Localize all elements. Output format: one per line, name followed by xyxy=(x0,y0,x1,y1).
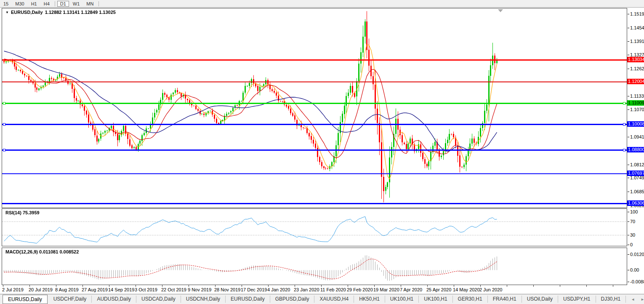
tab-scroll-right-icon[interactable]: ► xyxy=(641,297,644,301)
period-toolbar: 15M30H1H4D1W1MN xyxy=(0,0,644,8)
period-button-15[interactable]: 15 xyxy=(0,1,11,7)
date-tick xyxy=(586,285,587,287)
date-tick-label: 9 Nov 2019 xyxy=(188,287,211,292)
date-tick-label: 2 Jun 2020 xyxy=(479,287,502,292)
rsi-axis-label: 70 xyxy=(630,219,635,224)
symbol-dropdown-icon[interactable]: ▼ xyxy=(5,11,9,14)
price-tick-label: 1.13915 xyxy=(630,39,644,44)
chart-ohlc-quote: 1.12882 1.13141 1.12849 1.13025 xyxy=(45,10,116,15)
macd-axis-label: 0.00 xyxy=(630,267,639,272)
tab-scroll-left-icon[interactable]: ◄ xyxy=(631,297,635,301)
date-tick xyxy=(427,285,428,287)
date-tick xyxy=(480,285,481,287)
rsi-axis-label: 30 xyxy=(630,232,635,237)
date-tick xyxy=(613,285,613,287)
date-tick xyxy=(189,285,189,287)
chart-tab-usdchf-daily[interactable]: USDCHF,Daily xyxy=(48,296,92,303)
price-chart-canvas[interactable] xyxy=(2,8,627,208)
date-tick xyxy=(321,285,322,287)
date-tick-label: 8 Aug 2019 xyxy=(55,287,79,292)
chart-tab-usdcnh-daily[interactable]: USDCNH,Daily xyxy=(181,296,226,303)
chart-tab-gbpusd-daily[interactable]: GBPUSD,Daily xyxy=(270,296,315,303)
date-tick xyxy=(507,285,507,287)
chart-tab-bar: EURUSD,DailyUSDCHF,DailyAUDUSD,DailyUSDC… xyxy=(0,294,644,304)
date-tick-label: 2 Jul 2019 xyxy=(2,287,24,292)
macd-chart-canvas[interactable] xyxy=(2,248,627,285)
period-button-d1[interactable]: D1 xyxy=(57,1,69,7)
chart-tab-eurusd-daily[interactable]: EURUSD,Daily xyxy=(3,295,48,304)
chart-tab-usdcad-daily[interactable]: USDCAD,Daily xyxy=(136,296,181,303)
chart-tab-uk100-h1[interactable]: UK100,H1 xyxy=(385,296,419,303)
price-tick-label: 1.07495 xyxy=(630,175,644,180)
date-tick-label: 27 Aug 2019 xyxy=(82,287,108,292)
chart-tab-audusd-daily[interactable]: AUDUSD,Daily xyxy=(92,296,136,303)
rsi-axis-label: 0 xyxy=(630,242,633,247)
tab-scroll-buttons: ◄► xyxy=(626,297,644,301)
chart-tab-uk100-h1[interactable]: UK100,H1 xyxy=(419,296,452,303)
date-tick xyxy=(82,285,83,287)
date-tick-label: 11 Feb 2020 xyxy=(320,287,346,292)
chart-symbol-label: EURUSD,Daily xyxy=(11,10,43,15)
date-tick-label: 28 Nov 2019 xyxy=(214,287,240,292)
period-button-w1[interactable]: W1 xyxy=(70,1,83,7)
chart-tab-fra40-h1[interactable]: FRA40,H1 xyxy=(488,296,522,303)
date-tick xyxy=(242,285,242,287)
date-tick xyxy=(533,285,534,287)
date-axis[interactable]: 2 Jul 201920 Jul 20198 Aug 201927 Aug 20… xyxy=(0,285,627,294)
price-tick-label: 1.10705 xyxy=(630,107,644,112)
period-button-h4[interactable]: H4 xyxy=(41,1,53,7)
price-line-badge: 1.11009 xyxy=(627,100,644,106)
macd-axis-label: 0.012031 xyxy=(630,252,644,257)
chart-tab-usdjpy-h1[interactable]: USDJPY,H1 xyxy=(558,296,596,303)
price-tick-label: 1.09415 xyxy=(630,134,644,139)
date-tick-label: 17 Dec 2019 xyxy=(241,287,267,292)
period-button-mn[interactable]: MN xyxy=(83,1,96,7)
date-tick xyxy=(215,285,216,287)
chart-tab-ger30-h1[interactable]: GER30,H1 xyxy=(453,296,488,303)
price-tick-label: 1.14545 xyxy=(630,25,644,30)
chart-tab-hk50-h1[interactable]: HK50,H1 xyxy=(354,296,385,303)
period-button-h1[interactable]: H1 xyxy=(28,1,40,7)
date-tick xyxy=(162,285,162,287)
price-line-badge: 1.13034 xyxy=(627,57,644,62)
rsi-indicator-panel: RSI(14) 75.3959 xyxy=(2,208,627,246)
price-axis[interactable]: 1.151901.145451.139151.132701.126251.113… xyxy=(627,8,644,285)
date-tick xyxy=(29,285,30,287)
date-tick xyxy=(454,285,454,287)
date-tick xyxy=(136,285,136,287)
date-tick-label: 14 Sep 2019 xyxy=(108,287,134,292)
date-tick xyxy=(348,285,348,287)
date-tick xyxy=(560,285,560,287)
rsi-axis-label: 100 xyxy=(630,209,638,214)
price-line-badge: 1.08800 xyxy=(627,147,644,152)
date-tick-label: 22 Oct 2019 xyxy=(161,287,186,292)
period-button-m30[interactable]: M30 xyxy=(12,1,27,7)
right-shift-marker-icon[interactable] xyxy=(498,9,503,12)
date-tick-label: 25 Apr 2020 xyxy=(426,287,451,292)
date-tick xyxy=(3,285,3,287)
date-tick xyxy=(401,285,401,287)
chart-tab-eurusd-daily[interactable]: EURUSD,Daily xyxy=(226,296,270,303)
mt4-chart-window: 15M30H1H4D1W1MN ▼ EURUSD,Daily 1.12882 1… xyxy=(0,0,644,304)
date-tick xyxy=(374,285,375,287)
rsi-chart-canvas[interactable] xyxy=(2,209,627,246)
chart-tab-usoil-daily[interactable]: USOil,Daily xyxy=(522,296,558,303)
macd-label: MACD(12,26,9) 0.011081 0.008522 xyxy=(5,249,79,254)
chart-tab-xauusd-h4[interactable]: XAUUSD,H4 xyxy=(314,296,354,303)
chart-tab-dj30-h1[interactable]: DJ30,H1 xyxy=(596,296,626,303)
date-tick xyxy=(109,285,109,287)
date-tick xyxy=(268,285,269,287)
date-tick-label: 4 Jan 2020 xyxy=(267,287,290,292)
date-tick xyxy=(295,285,295,287)
toolbar-separator xyxy=(98,1,99,6)
date-tick xyxy=(56,285,56,287)
price-tick-label: 1.08125 xyxy=(630,162,644,167)
date-tick-label: 7 Apr 2020 xyxy=(400,287,422,292)
date-tick-label: 20 Jul 2019 xyxy=(29,287,53,292)
toolbar-separator xyxy=(55,1,55,6)
price-line-badge: 1.12004 xyxy=(627,79,644,84)
date-tick-label: 19 Mar 2020 xyxy=(373,287,399,292)
price-tick-label: 1.12625 xyxy=(630,66,644,71)
macd-indicator-panel: MACD(12,26,9) 0.011081 0.008522 xyxy=(2,248,627,285)
chart-title: ▼ EURUSD,Daily 1.12882 1.13141 1.12849 1… xyxy=(5,10,116,15)
